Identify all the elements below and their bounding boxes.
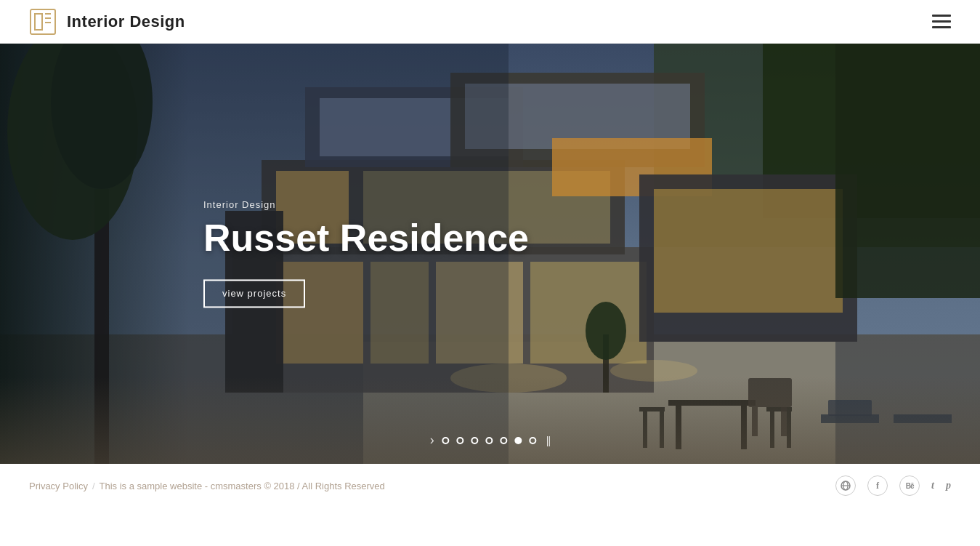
hamburger-menu-button[interactable] <box>932 15 951 28</box>
footer-copyright: This is a sample website - cmsmasters © … <box>100 481 385 491</box>
social-pinterest-icon[interactable]: p <box>946 480 951 491</box>
slider-dot-4[interactable] <box>485 437 493 444</box>
header-logo-area: Interior Design <box>29 8 185 36</box>
svg-point-46 <box>586 302 626 360</box>
slider-dot-7[interactable] <box>529 437 536 444</box>
hamburger-line-3 <box>932 26 951 28</box>
slider-pause-button[interactable]: || <box>546 435 550 446</box>
slider-dot-1[interactable] <box>442 437 449 444</box>
slider-dot-6[interactable] <box>514 437 522 444</box>
hero-category: Interior Design <box>203 199 529 210</box>
site-title: Interior Design <box>67 12 185 31</box>
privacy-policy-link[interactable]: Privacy Policy <box>29 481 88 491</box>
hero-cta-button[interactable]: view projects <box>203 280 305 308</box>
hero-content: Interior Design Russet Residence view pr… <box>203 199 529 308</box>
footer-separator: / <box>92 481 95 491</box>
hero-title: Russet Residence <box>203 217 529 259</box>
social-twitter-icon[interactable]: t <box>931 480 934 491</box>
footer-left: Privacy Policy / This is a sample websit… <box>29 481 385 491</box>
site-footer: Privacy Policy / This is a sample websit… <box>0 464 980 507</box>
svg-rect-14 <box>530 262 647 364</box>
footer-social: f Bē t p <box>835 475 951 496</box>
hamburger-line-1 <box>932 15 951 17</box>
hamburger-line-2 <box>932 20 951 23</box>
svg-rect-24 <box>654 189 843 313</box>
social-behance-icon[interactable]: Bē <box>899 475 920 496</box>
hero-ground-overlay <box>0 377 980 464</box>
site-header: Interior Design <box>0 0 980 44</box>
slider-dot-3[interactable] <box>471 437 478 444</box>
svg-rect-30 <box>835 44 980 298</box>
slider-dot-2[interactable] <box>456 437 463 444</box>
logo-icon <box>29 8 57 36</box>
hero-slider: Interior Design Russet Residence view pr… <box>0 44 980 464</box>
social-facebook-icon[interactable]: f <box>867 475 888 496</box>
svg-rect-1 <box>35 14 42 30</box>
slider-dot-5[interactable] <box>500 437 507 444</box>
social-globe-icon[interactable] <box>835 475 856 496</box>
slider-next-arrow[interactable]: › <box>430 433 434 448</box>
slider-controls: › || <box>430 433 550 448</box>
